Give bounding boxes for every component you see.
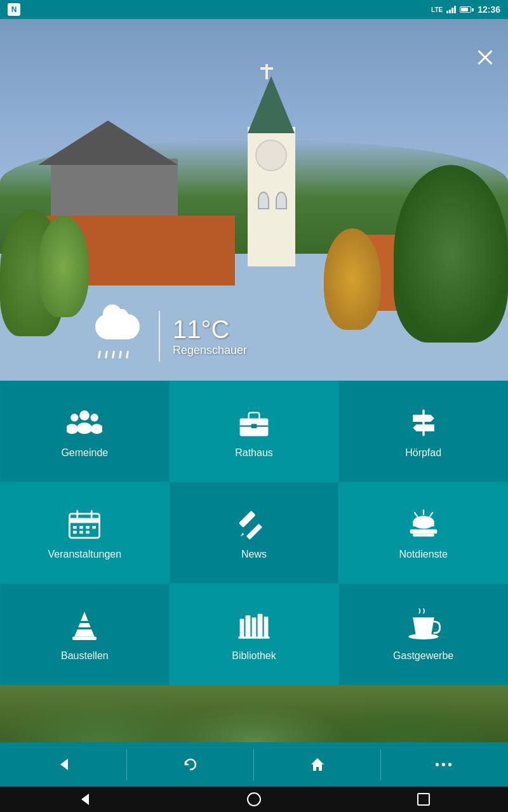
- svg-marker-10: [413, 415, 434, 422]
- baustellen-label: Baustellen: [61, 650, 109, 662]
- calendar-icon: [67, 506, 102, 541]
- system-back-icon: [77, 792, 91, 806]
- briefcase-icon: [236, 404, 272, 440]
- system-recents-icon: [417, 793, 430, 806]
- svg-point-0: [79, 410, 90, 421]
- notdienste-label: Notdienste: [399, 549, 448, 560]
- svg-rect-39: [252, 617, 257, 637]
- gastgewerbe-label: Gastgewerbe: [393, 650, 453, 662]
- svg-rect-32: [413, 534, 434, 536]
- weather-icon: [89, 314, 146, 358]
- svg-rect-40: [258, 614, 263, 638]
- svg-line-27: [415, 513, 417, 516]
- svg-rect-8: [251, 424, 257, 428]
- system-back-button[interactable]: [75, 790, 94, 809]
- svg-rect-38: [246, 615, 251, 638]
- svg-point-5: [91, 424, 102, 434]
- main-grid-menu: Gemeinde Rathaus Hörpfad: [0, 381, 508, 685]
- hero-image: 11°C Regenschauer: [0, 19, 508, 381]
- signpost-icon: [406, 404, 441, 440]
- more-icon: •••: [435, 757, 454, 772]
- grid-item-notdienste[interactable]: Notdienste: [338, 482, 508, 584]
- svg-rect-37: [240, 619, 244, 637]
- system-home-button[interactable]: [244, 790, 264, 809]
- weather-description: Regenschauer: [173, 344, 247, 357]
- grid-item-gemeinde[interactable]: Gemeinde: [0, 381, 170, 482]
- grid-item-gastgewerbe[interactable]: Gastgewerbe: [338, 584, 508, 685]
- back-icon: [57, 757, 70, 771]
- status-bar: N LTE 12:36: [0, 0, 508, 19]
- grid-item-hoerpfad[interactable]: Hörpfad: [338, 381, 508, 482]
- svg-rect-9: [422, 409, 424, 436]
- bottom-landscape: [0, 685, 508, 742]
- battery-icon: [460, 6, 474, 13]
- refresh-icon: [183, 757, 198, 772]
- weather-widget: 11°C Regenschauer: [89, 311, 247, 362]
- nav-more-button[interactable]: •••: [381, 742, 508, 787]
- news-label: News: [241, 549, 267, 560]
- people-icon: [67, 404, 102, 440]
- lte-indicator: LTE: [431, 6, 443, 13]
- grid-item-veranstaltungen[interactable]: Veranstaltungen: [0, 482, 170, 584]
- home-icon: [310, 757, 325, 772]
- svg-rect-22: [86, 531, 90, 534]
- svg-rect-23: [239, 511, 256, 528]
- system-nav: [0, 787, 508, 812]
- svg-point-2: [70, 414, 78, 421]
- nav-home-button[interactable]: [254, 742, 381, 787]
- svg-rect-20: [73, 531, 77, 534]
- svg-rect-18: [86, 526, 90, 528]
- rathaus-label: Rathaus: [235, 447, 273, 459]
- svg-rect-34: [77, 621, 91, 623]
- grid-item-bibliothek[interactable]: Bibliothek: [170, 584, 339, 685]
- svg-rect-35: [76, 627, 93, 629]
- svg-rect-19: [93, 526, 97, 528]
- svg-rect-36: [72, 636, 97, 640]
- nav-bar: •••: [0, 742, 508, 787]
- svg-point-43: [408, 634, 438, 639]
- svg-rect-30: [413, 522, 434, 527]
- close-button[interactable]: [472, 44, 498, 70]
- grid-item-news[interactable]: News: [170, 482, 339, 584]
- svg-marker-44: [60, 759, 68, 770]
- svg-rect-42: [238, 636, 269, 638]
- alarm-icon: [406, 506, 441, 541]
- books-icon: [236, 607, 272, 643]
- svg-rect-16: [73, 526, 77, 528]
- svg-rect-17: [79, 526, 83, 528]
- svg-marker-11: [413, 424, 434, 431]
- svg-point-1: [77, 422, 93, 434]
- system-recents-button[interactable]: [414, 790, 433, 809]
- app-logo: N: [8, 3, 20, 16]
- status-time: 12:36: [478, 4, 500, 15]
- svg-line-28: [430, 513, 432, 516]
- svg-rect-25: [246, 523, 262, 539]
- system-home-icon: [247, 792, 261, 806]
- svg-rect-41: [264, 617, 269, 637]
- svg-marker-45: [311, 758, 324, 771]
- signal-icon: [446, 6, 456, 13]
- weather-temperature: 11°C: [173, 315, 247, 344]
- coffee-icon: [406, 607, 441, 643]
- svg-marker-33: [75, 612, 95, 636]
- pencil-icon: [236, 506, 272, 541]
- nav-back-button[interactable]: [0, 742, 127, 787]
- svg-point-3: [67, 424, 78, 434]
- veranstaltungen-label: Veranstaltungen: [48, 549, 122, 560]
- hoerpfad-label: Hörpfad: [405, 447, 441, 459]
- grid-item-baustellen[interactable]: Baustellen: [0, 584, 170, 685]
- cone-icon: [67, 607, 102, 643]
- svg-point-4: [91, 414, 98, 421]
- svg-rect-21: [79, 531, 83, 534]
- nav-refresh-button[interactable]: [127, 742, 254, 787]
- svg-marker-24: [241, 533, 244, 537]
- gemeinde-label: Gemeinde: [61, 447, 108, 459]
- svg-marker-46: [81, 794, 89, 805]
- bibliothek-label: Bibliothek: [232, 650, 276, 662]
- svg-rect-31: [410, 530, 437, 534]
- svg-rect-13: [70, 518, 100, 523]
- grid-item-rathaus[interactable]: Rathaus: [170, 381, 339, 482]
